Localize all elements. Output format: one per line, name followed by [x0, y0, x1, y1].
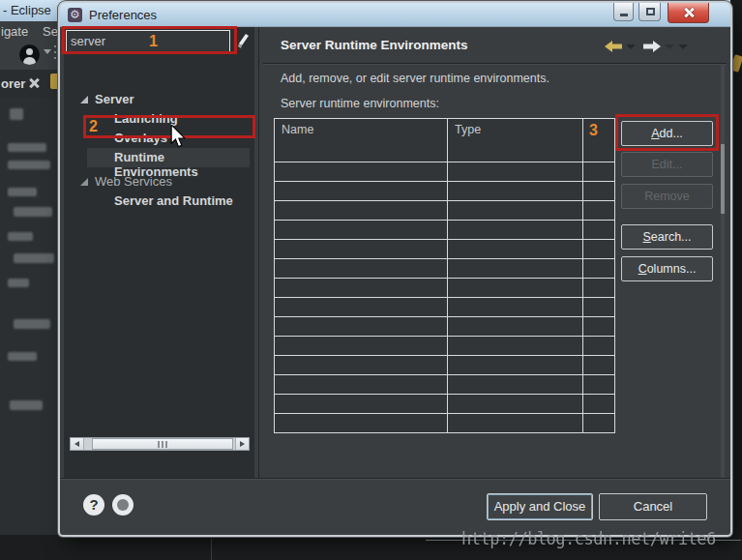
header-divider	[263, 63, 727, 64]
record-icon[interactable]	[112, 494, 134, 516]
table-row[interactable]	[275, 221, 615, 240]
toolbar-separator	[54, 45, 56, 63]
project-explorer-background	[0, 99, 60, 535]
maximize-icon	[646, 8, 655, 15]
ide-title: - Eclipse	[3, 3, 51, 17]
tab-mini-icon[interactable]	[50, 74, 60, 89]
clear-filter-icon[interactable]	[236, 32, 250, 49]
table-row[interactable]	[275, 162, 615, 182]
panel-scrollbar-track[interactable]	[721, 64, 725, 478]
scroll-left-button[interactable]	[71, 438, 84, 450]
explorer-tab[interactable]: orer	[1, 76, 25, 91]
columns-button[interactable]: Columns...	[621, 256, 713, 281]
column-header-blank	[583, 119, 615, 162]
dialog-titlebar[interactable]: ⚙ Preferences	[60, 3, 730, 27]
table-row[interactable]	[275, 395, 615, 414]
column-header-name[interactable]: Name	[275, 119, 448, 162]
annotation-number-1: 1	[149, 33, 158, 50]
page-description: Add, remove, or edit server runtime envi…	[281, 72, 549, 85]
tree-item-server-and-runtime[interactable]: Server and Runtime	[60, 192, 251, 211]
table-row[interactable]	[275, 356, 615, 375]
preferences-gear-icon: ⚙	[68, 8, 82, 22]
ide-bottom-divider	[211, 538, 212, 560]
dialog-title: Preferences	[89, 8, 157, 22]
user-avatar-icon[interactable]	[19, 44, 40, 65]
minimize-button[interactable]	[613, 3, 634, 21]
tree-item-server[interactable]: Server	[60, 90, 251, 109]
table-row[interactable]	[275, 201, 615, 221]
remove-button: Remove	[621, 184, 713, 209]
table-row[interactable]	[275, 259, 615, 279]
tree-item-web-services[interactable]: Web Services	[60, 172, 251, 192]
help-icon[interactable]: ?	[83, 494, 104, 516]
view-menu-icon[interactable]	[678, 44, 688, 49]
close-button[interactable]	[668, 3, 709, 23]
watermark: http://blog.csdn.net/write6	[461, 529, 716, 548]
table-row[interactable]	[275, 182, 615, 201]
table-row[interactable]	[275, 279, 615, 298]
annotation-number-3: 3	[589, 122, 598, 139]
footer-divider	[60, 478, 730, 479]
scrollbar-thumb[interactable]	[92, 438, 233, 450]
page-title: Server Runtime Environments	[281, 38, 468, 52]
mouse-cursor	[169, 125, 187, 154]
annotation-box-3	[615, 114, 719, 151]
table-row[interactable]	[275, 375, 615, 395]
tab-close-icon[interactable]	[29, 78, 39, 88]
panel-scrollbar-thumb[interactable]	[721, 144, 725, 214]
maximize-button[interactable]	[638, 3, 661, 21]
annotation-number-2: 2	[89, 118, 98, 135]
preferences-dialog: ⚙ Preferences Server Launching Overl	[60, 3, 730, 535]
table-header-row: Name Type	[275, 119, 615, 162]
scroll-right-button[interactable]	[235, 438, 249, 450]
back-menu-icon[interactable]	[626, 44, 636, 49]
edit-button: Edit...	[621, 152, 713, 177]
runtime-environments-table[interactable]: Name Type	[274, 118, 615, 433]
tree-horizontal-scrollbar[interactable]	[70, 437, 250, 451]
back-icon[interactable]	[604, 40, 623, 57]
column-header-type[interactable]: Type	[448, 119, 583, 162]
cancel-button[interactable]: Cancel	[599, 493, 707, 520]
expand-icon[interactable]	[80, 96, 88, 103]
forward-menu-icon[interactable]	[665, 44, 674, 49]
table-row[interactable]	[275, 414, 615, 433]
avatar-dropdown-icon[interactable]	[44, 49, 51, 54]
table-label: Server runtime environments:	[281, 97, 439, 110]
apply-and-close-button[interactable]: Apply and Close	[487, 493, 593, 520]
tree-item-runtime-environments[interactable]: Runtime Environments	[60, 148, 251, 167]
minimize-icon	[620, 14, 628, 16]
expand-icon[interactable]	[80, 178, 88, 186]
close-icon	[682, 6, 696, 19]
table-row[interactable]	[275, 337, 615, 356]
forward-icon[interactable]	[642, 40, 662, 57]
screen: - Eclipse igate Sea orer ⚙ Preferences	[0, 0, 742, 560]
table-row[interactable]	[275, 317, 615, 337]
menu-navigate[interactable]: igate	[1, 24, 28, 39]
table-row[interactable]	[275, 298, 615, 317]
table-row[interactable]	[275, 240, 615, 259]
search-button[interactable]: Search...	[621, 224, 713, 250]
ide-right-strip	[730, 0, 742, 560]
